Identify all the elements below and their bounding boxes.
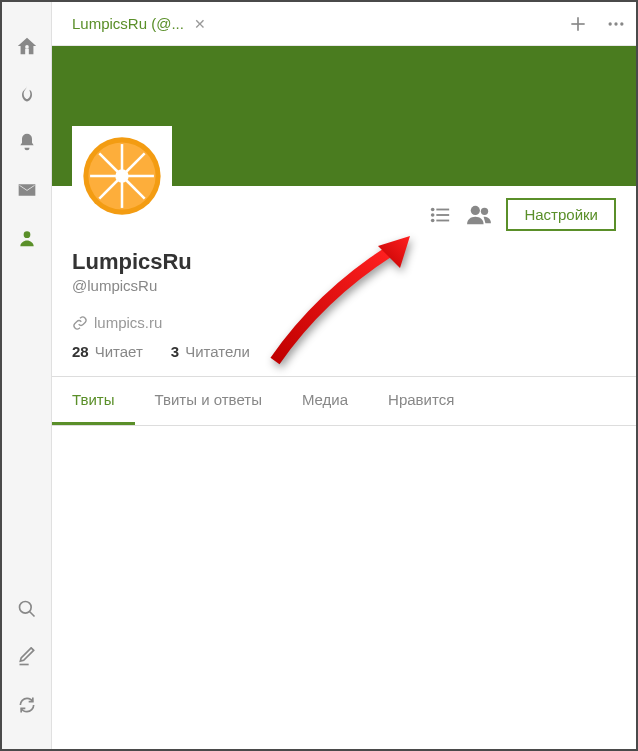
svg-line-3 <box>29 612 34 617</box>
svg-point-23 <box>431 213 435 217</box>
svg-point-20 <box>115 169 128 182</box>
link-icon <box>72 315 88 331</box>
display-name: LumpicsRu <box>72 249 616 275</box>
following-stat[interactable]: 28Читает <box>72 343 143 360</box>
settings-button[interactable]: Настройки <box>506 198 616 231</box>
list-icon[interactable] <box>428 204 452 226</box>
svg-point-25 <box>431 218 435 222</box>
tab-replies[interactable]: Твиты и ответы <box>135 377 282 425</box>
profile-info: LumpicsRu @lumpicsRu lumpics.ru 28Читает… <box>52 243 636 376</box>
following-count: 28 <box>72 343 89 360</box>
svg-rect-26 <box>437 219 450 221</box>
close-icon[interactable]: ✕ <box>194 16 206 32</box>
people-icon[interactable] <box>466 204 492 226</box>
svg-point-0 <box>25 45 29 49</box>
main-content: LumpicsRu (@... ✕ <box>52 2 636 749</box>
svg-point-8 <box>614 22 617 25</box>
tab-title: LumpicsRu (@... <box>72 15 184 32</box>
tab-likes[interactable]: Нравится <box>368 377 474 425</box>
compose-icon[interactable] <box>15 645 39 669</box>
stats: 28Читает 3Читатели <box>72 343 616 360</box>
more-icon[interactable] <box>604 14 628 34</box>
svg-point-7 <box>609 22 612 25</box>
handle: @lumpicsRu <box>72 277 616 294</box>
bell-icon[interactable] <box>15 130 39 154</box>
svg-rect-24 <box>437 214 450 216</box>
profile-icon[interactable] <box>15 226 39 250</box>
fire-icon[interactable] <box>15 82 39 106</box>
svg-point-2 <box>19 602 31 614</box>
following-label: Читает <box>95 343 143 360</box>
followers-label: Читатели <box>185 343 250 360</box>
home-icon[interactable] <box>15 34 39 58</box>
add-tab-icon[interactable] <box>568 14 588 34</box>
avatar[interactable] <box>72 126 172 226</box>
svg-point-1 <box>23 231 30 238</box>
website-text: lumpics.ru <box>94 314 162 331</box>
followers-stat[interactable]: 3Читатели <box>171 343 250 360</box>
followers-count: 3 <box>171 343 179 360</box>
browser-tab[interactable]: LumpicsRu (@... ✕ <box>60 2 218 45</box>
sidebar <box>2 2 52 749</box>
profile-tabs: Твиты Твиты и ответы Медиа Нравится <box>52 376 636 426</box>
orange-logo-icon <box>80 134 164 218</box>
svg-point-9 <box>620 22 623 25</box>
tab-media[interactable]: Медиа <box>282 377 368 425</box>
cover-image <box>52 46 636 186</box>
mail-icon[interactable] <box>15 178 39 202</box>
svg-point-27 <box>471 205 480 214</box>
tab-bar: LumpicsRu (@... ✕ <box>52 2 636 46</box>
website-link[interactable]: lumpics.ru <box>72 314 616 331</box>
tab-tweets[interactable]: Твиты <box>52 377 135 425</box>
svg-point-28 <box>481 207 488 214</box>
svg-point-21 <box>431 207 435 211</box>
svg-rect-22 <box>437 208 450 210</box>
search-icon[interactable] <box>15 597 39 621</box>
refresh-icon[interactable] <box>15 693 39 717</box>
